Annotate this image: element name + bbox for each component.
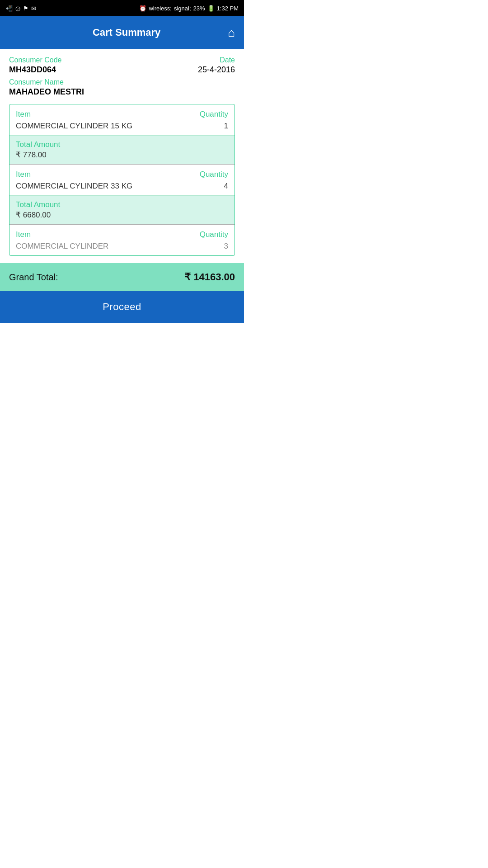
image-icon: ◶	[15, 5, 20, 12]
cart-items-container: Item Quantity COMMERCIAL CYLINDER 15 KG …	[9, 104, 235, 256]
date-label: Date	[198, 56, 235, 64]
consumer-code-label: Consumer Code	[9, 56, 62, 64]
time-display: 1:32 PM	[217, 5, 239, 12]
total-amount-2: Total Amount ₹ 6680.00	[9, 196, 235, 224]
item-name-2: COMMERCIAL CYLINDER 33 KG	[16, 182, 132, 191]
item-label-2: Item	[16, 170, 31, 179]
total-amount-value-2: ₹ 6680.00	[16, 210, 228, 220]
consumer-name-value: MAHADEO MESTRI	[9, 87, 235, 97]
cart-item-2: Item Quantity COMMERCIAL CYLINDER 33 KG …	[9, 165, 235, 196]
item-quantity-1: 1	[224, 122, 228, 131]
item-name-1: COMMERCIAL CYLINDER 15 KG	[16, 122, 132, 131]
consumer-code-value: MH43DD064	[9, 65, 62, 75]
battery-percent: 23%	[193, 5, 205, 12]
email-icon: ✉	[31, 5, 36, 12]
grand-total-bar: Grand Total: ₹ 14163.00	[0, 263, 244, 291]
whatsapp-icon: 📲	[5, 5, 13, 12]
home-icon[interactable]: ⌂	[228, 26, 235, 40]
status-icons-left: 📲 ◶ ⚑ ✉	[5, 5, 36, 12]
grand-total-value: ₹ 14163.00	[184, 271, 235, 283]
cart-item-1: Item Quantity COMMERCIAL CYLINDER 15 KG …	[9, 104, 235, 136]
total-amount-label-1: Total Amount	[16, 140, 228, 149]
header: Cart Summary ⌂	[0, 16, 244, 49]
total-amount-value-1: ₹ 778.00	[16, 150, 228, 160]
consumer-section: Consumer Code MH43DD064 Date 25-4-2016 C…	[9, 56, 235, 97]
grand-total-label: Grand Total:	[9, 272, 184, 283]
battery-icon: 🔋	[207, 5, 215, 12]
total-amount-1: Total Amount ₹ 778.00	[9, 136, 235, 164]
status-icons-right: ⏰ wireless; signal; 23% 🔋 1:32 PM	[139, 5, 239, 12]
consumer-name-label: Consumer Name	[9, 78, 235, 86]
page-title: Cart Summary	[25, 27, 228, 38]
item-quantity-3: 3	[224, 242, 228, 251]
item-label-1: Item	[16, 110, 31, 119]
item-name-3: COMMERCIAL CYLINDER	[16, 242, 108, 251]
total-amount-label-2: Total Amount	[16, 200, 228, 209]
cart-item-3: Item Quantity COMMERCIAL CYLINDER 3	[9, 225, 235, 255]
item-quantity-2: 4	[224, 182, 228, 191]
quantity-label-1: Quantity	[200, 110, 228, 119]
item-label-3: Item	[16, 230, 31, 239]
wifi-icon: wireless;	[149, 5, 172, 12]
content-area: Consumer Code MH43DD064 Date 25-4-2016 C…	[0, 49, 244, 263]
quantity-label-2: Quantity	[200, 170, 228, 179]
quantity-label-3: Quantity	[200, 230, 228, 239]
proceed-button[interactable]: Proceed	[0, 291, 244, 323]
signal-icon: signal;	[174, 5, 191, 12]
status-bar: 📲 ◶ ⚑ ✉ ⏰ wireless; signal; 23% 🔋 1:32 P…	[0, 0, 244, 16]
activity-icon: ⚑	[23, 5, 28, 12]
alarm-icon: ⏰	[139, 5, 146, 12]
date-value: 25-4-2016	[198, 65, 235, 75]
